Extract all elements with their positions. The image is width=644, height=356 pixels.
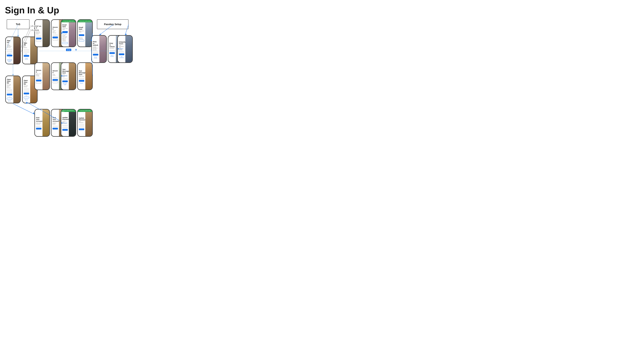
phone-email-verify-1: ✉ Email sent, please verify Email Sent C… bbox=[61, 19, 76, 47]
phone-phone-verify-1: Text Message Sent Enter verification cod… bbox=[61, 62, 76, 90]
phone-signup-phone-1: Secure It Enter your phone number M - Si… bbox=[34, 62, 50, 90]
phone-signup-bio-1: Easy to Unlock Enable biometrics for you… bbox=[91, 35, 107, 63]
tos-box: ToS bbox=[7, 19, 30, 29]
if-email-label: IF email bbox=[31, 25, 39, 27]
phone-email-verify-2: ✉ Email sent, verify account Email Sent … bbox=[77, 19, 93, 47]
svg-line-21 bbox=[13, 104, 34, 114]
svg-marker-18 bbox=[99, 34, 102, 35]
phone-signup-email-1: Secure It Protect your account with your… bbox=[34, 19, 50, 47]
passkey-setup-box: Passkey Setup bbox=[97, 19, 128, 29]
phone-phone-verify-2: Text Message Sent Verify code Resend bbox=[77, 62, 93, 90]
screen-title: Sign Up bbox=[7, 40, 12, 43]
svg-marker-30 bbox=[75, 49, 77, 50]
phone-signup-handle-1: Uniquely Yours Your @handle is your uniq… bbox=[117, 35, 133, 63]
phone-update-password-1: ✉ Username, please verify your account U… bbox=[61, 109, 76, 137]
svg-marker-3 bbox=[12, 74, 14, 76]
temp-label: temp bbox=[66, 49, 71, 51]
if-phone-label: IF phone bbox=[31, 29, 40, 31]
screen-subtitle: Get started. Create an account. bbox=[7, 44, 12, 48]
svg-marker-1 bbox=[18, 35, 19, 37]
tos-label: ToS bbox=[16, 23, 20, 26]
phone-sign-up-1: Sign Up Get started. Create an account. … bbox=[5, 37, 21, 64]
create-account-btn[interactable] bbox=[7, 55, 12, 56]
passkey-setup-label: Passkey Setup bbox=[104, 23, 122, 26]
page-title: Sign In & Up bbox=[5, 5, 59, 16]
svg-marker-22 bbox=[33, 112, 34, 114]
phone-sign-in-1: Open Says Me Securely access your accoun… bbox=[5, 76, 21, 103]
svg-marker-20 bbox=[125, 34, 127, 35]
phone-update-password-2: ✉ Username, please verify Update Passwor… bbox=[77, 109, 93, 137]
phone-find-account-1: Find Your Account Enter email or phone M… bbox=[34, 109, 50, 137]
